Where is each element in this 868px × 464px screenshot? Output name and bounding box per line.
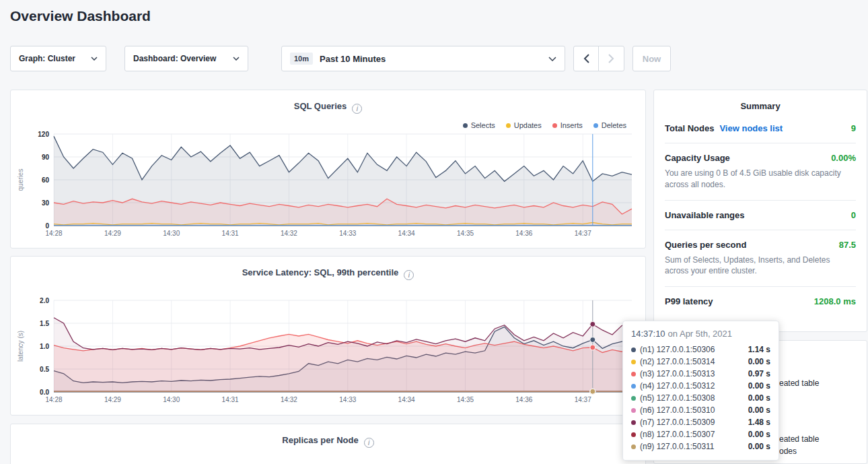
tooltip-node-row: (n2) 127.0.0.1:503140.00 s: [631, 356, 770, 368]
time-range-badge: 10m: [290, 53, 313, 65]
svg-text:14:35: 14:35: [457, 230, 474, 237]
summary-value: 87.5: [839, 240, 856, 250]
replicas-per-node-panel: Replicas per Nodei: [10, 424, 646, 464]
svg-text:0.0: 0.0: [40, 389, 49, 396]
tooltip-node-value: 0.00 s: [748, 381, 770, 391]
info-icon[interactable]: i: [352, 104, 362, 114]
info-icon[interactable]: i: [364, 438, 374, 448]
chart-hover-tooltip: 14:37:10on Apr 5th, 2021 (n1) 127.0.0.1:…: [622, 321, 779, 461]
svg-text:14:32: 14:32: [281, 230, 297, 237]
tooltip-node-value: 1.14 s: [748, 345, 770, 354]
tooltip-node-label: (n5) 127.0.0.1:50308: [640, 393, 715, 403]
summary-value: 9: [851, 123, 856, 133]
tooltip-node-label: (n4) 127.0.0.1:50312: [640, 381, 715, 391]
replicas-per-node-header: Replicas per Nodei: [11, 435, 645, 448]
summary-label: Capacity Usage: [665, 153, 730, 163]
tooltip-node-value: 0.00 s: [748, 393, 770, 403]
tooltip-node-value: 0.00 s: [748, 405, 770, 415]
svg-text:14:29: 14:29: [104, 396, 121, 403]
svg-text:14:30: 14:30: [163, 396, 180, 403]
svg-text:14:37: 14:37: [575, 230, 591, 237]
legend-dot: [552, 123, 557, 128]
summary-row-unavailable-ranges: Unavailable ranges 0: [665, 200, 856, 230]
node-color-dot: [631, 360, 636, 364]
dashboard-dropdown[interactable]: Dashboard: Overview: [124, 46, 248, 71]
service-latency-chart[interactable]: 14:2814:2914:3014:3114:3214:3314:3414:35…: [15, 295, 643, 408]
now-button[interactable]: Now: [632, 46, 671, 71]
summary-value: 0.00%: [831, 153, 856, 163]
summary-title: Summary: [654, 90, 867, 118]
legend-dot: [463, 123, 468, 128]
tooltip-node-label: (n1) 127.0.0.1:50306: [640, 345, 715, 354]
tooltip-node-label: (n8) 127.0.0.1:50307: [640, 430, 715, 439]
svg-text:14:28: 14:28: [45, 230, 62, 237]
tooltip-node-row: (n8) 127.0.0.1:503070.00 s: [631, 428, 770, 440]
svg-text:0.5: 0.5: [40, 366, 49, 373]
service-latency-title: Service Latency: SQL, 99th percentile: [242, 267, 399, 277]
summary-panel: Summary Total NodesView nodes list 9 Cap…: [653, 90, 867, 332]
node-color-dot: [631, 420, 636, 425]
svg-text:14:33: 14:33: [339, 230, 356, 237]
tooltip-node-value: 0.00 s: [748, 430, 770, 439]
svg-text:60: 60: [42, 176, 50, 184]
summary-label: P99 latency: [665, 296, 713, 306]
service-latency-panel: Service Latency: SQL, 99th percentilei 1…: [10, 256, 646, 416]
node-color-dot: [631, 408, 636, 413]
tooltip-node-label: (n2) 127.0.0.1:50314: [640, 357, 715, 366]
svg-text:14:37: 14:37: [575, 396, 591, 403]
legend-dot: [506, 123, 511, 128]
summary-value: 0: [851, 210, 856, 220]
svg-text:14:31: 14:31: [222, 396, 239, 403]
crosshair-dot: [590, 345, 595, 350]
summary-value: 1208.0 ms: [814, 296, 856, 306]
crosshair-dot: [590, 389, 595, 394]
svg-text:0: 0: [45, 222, 49, 230]
tooltip-node-value: 0.97 s: [748, 369, 770, 378]
service-latency-header: Service Latency: SQL, 99th percentilei: [11, 267, 645, 280]
svg-text:14:32: 14:32: [281, 396, 297, 403]
crosshair-dot: [590, 337, 595, 343]
event-item-fragment: odes: [779, 446, 797, 456]
svg-text:1.5: 1.5: [40, 320, 49, 327]
page-title: Overview Dashboard: [10, 8, 151, 24]
time-next-button[interactable]: [598, 46, 624, 71]
tooltip-node-row: (n7) 127.0.0.1:503091.48 s: [631, 416, 770, 428]
tooltip-node-row: (n4) 127.0.0.1:503120.00 s: [631, 380, 770, 392]
sql-queries-panel: SQL Queriesi SelectsUpdatesInsertsDelete…: [10, 90, 646, 248]
sql-queries-plot: 14:2814:2914:3014:3114:3214:3314:3414:35…: [15, 129, 643, 239]
summary-row-p99-latency: P99 latency 1208.0 ms: [665, 286, 856, 316]
chevron-left-icon: [583, 54, 589, 63]
tooltip-node-row: (n6) 127.0.0.1:503100.00 s: [631, 404, 770, 416]
sql-queries-header: SQL Queriesi: [11, 101, 645, 114]
time-range-label: Past 10 Minutes: [320, 54, 386, 64]
svg-text:14:31: 14:31: [222, 230, 239, 237]
node-color-dot: [631, 347, 636, 352]
node-color-dot: [631, 444, 636, 449]
summary-label: Queries per second: [665, 240, 746, 250]
chevron-right-icon: [608, 54, 614, 63]
node-color-dot: [631, 432, 636, 437]
event-item-fragment: eated table: [779, 434, 819, 444]
node-color-dot: [631, 372, 636, 376]
summary-label: Total Nodes: [665, 123, 714, 133]
tooltip-node-label: (n9) 127.0.0.1:50311: [640, 442, 715, 451]
service-latency-plot: 14:2814:2914:3014:3114:3214:3314:3414:35…: [15, 295, 643, 405]
svg-text:2.0: 2.0: [40, 297, 49, 304]
sql-queries-chart[interactable]: 14:2814:2914:3014:3114:3214:3314:3414:35…: [15, 129, 643, 242]
time-prev-button[interactable]: [573, 46, 600, 71]
tooltip-date: on Apr 5th, 2021: [668, 329, 732, 339]
chevron-down-icon: [233, 57, 240, 61]
time-range-dropdown[interactable]: 10m Past 10 Minutes: [281, 46, 565, 71]
svg-text:14:29: 14:29: [104, 230, 121, 237]
series-area: [54, 318, 632, 392]
info-icon[interactable]: i: [404, 270, 414, 280]
svg-text:1.0: 1.0: [40, 343, 49, 350]
replicas-per-node-title: Replicas per Node: [282, 435, 358, 445]
view-nodes-link[interactable]: View nodes list: [719, 123, 783, 133]
sql-queries-title: SQL Queries: [294, 101, 347, 111]
event-item-fragment: eated table: [779, 378, 819, 388]
tooltip-node-row: (n5) 127.0.0.1:503080.00 s: [631, 392, 770, 404]
graph-dropdown[interactable]: Graph: Cluster: [10, 46, 106, 71]
summary-subtext: You are using 0 B of 4.5 GiB usable disk…: [665, 168, 856, 191]
tooltip-node-label: (n6) 127.0.0.1:50310: [640, 405, 715, 415]
